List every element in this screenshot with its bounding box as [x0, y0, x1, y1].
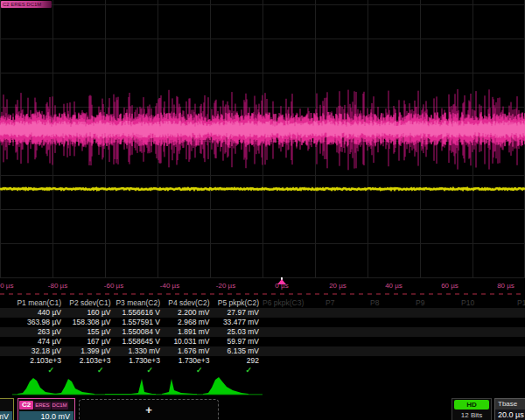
- hd-badge: HD: [454, 400, 489, 410]
- param-header-p4[interactable]: P4 sdev(C2): [161, 298, 210, 308]
- param-header-inactive[interactable]: P9: [416, 298, 424, 308]
- param-header-p5[interactable]: P5 pkpk(C2): [210, 298, 259, 308]
- param-header-p3[interactable]: P3 mean(C2): [111, 298, 160, 308]
- timebase-title: Tbase: [495, 399, 525, 410]
- param-status-ok-icon: ✓: [210, 366, 259, 375]
- param-header-inactive[interactable]: P8: [370, 298, 379, 308]
- histicon-p2: [54, 379, 94, 395]
- param-value-cell: 2.200 mV: [161, 308, 210, 318]
- histicon-p4: [162, 379, 197, 395]
- param-value-cell: 1.730e+3: [161, 356, 210, 366]
- histicon-p5: [203, 377, 248, 395]
- param-value-cell: 1.330 mV: [111, 346, 160, 356]
- channel-c2-descriptor[interactable]: C2 ERES DC1M 10.0 mV: [18, 398, 75, 420]
- param-value-cell: 440 µV: [12, 308, 61, 318]
- c2-label: C2: [19, 401, 33, 410]
- time-axis-label: -60 µs: [104, 282, 123, 290]
- c1-volts-per-div: 0 mV: [0, 411, 12, 420]
- param-status-ok-icon: ✓: [111, 366, 160, 375]
- param-value-cell: 59.97 mV: [210, 337, 259, 346]
- param-status-ok-icon: ✓: [161, 366, 210, 375]
- time-axis: -100 µs-80 µs-60 µs-40 µs-20 µs0 µs20 µs…: [0, 278, 525, 294]
- param-value-cell: 1.399 µV: [62, 346, 111, 356]
- param-value-cell: 1.556616 V: [111, 308, 160, 318]
- param-value-cell: 1.550084 V: [111, 327, 160, 337]
- histicon-p3: [105, 379, 156, 395]
- timebase-descriptor[interactable]: Tbase 20.0 µs: [494, 398, 525, 420]
- time-axis-label: -80 µs: [48, 282, 67, 290]
- param-value-cell: 474 µV: [12, 337, 61, 346]
- param-header-inactive[interactable]: P6 pkpk(C3): [262, 298, 304, 308]
- param-status-ok-icon: ✓: [12, 366, 61, 375]
- c2-trace-label[interactable]: C2 ERES DC1M: [1, 1, 52, 8]
- c2-eres-tag: ERES: [34, 402, 50, 410]
- param-value-cell: 158.308 µV: [62, 318, 111, 327]
- param-value-cell: 2.103e+3: [62, 356, 111, 366]
- param-value-cell: 33.477 mV: [210, 318, 259, 327]
- time-axis-label: 40 µs: [385, 282, 402, 290]
- param-value-cell: 160 µV: [62, 308, 111, 318]
- param-value-cell: 1.557591 V: [111, 318, 160, 327]
- timebase-value: 20.0 µs: [495, 410, 525, 420]
- channel-c1-descriptor[interactable]: C1 DC1M 0 mV: [0, 398, 14, 420]
- param-header-inactive[interactable]: P10: [461, 298, 474, 308]
- param-value-cell: 263 µV: [12, 327, 61, 337]
- oscilloscope-screen: C2 ERES DC1M -100 µs-80 µs-60 µs-40 µs-2…: [0, 0, 525, 420]
- param-header-inactive[interactable]: P11: [517, 298, 525, 308]
- plus-icon: +: [145, 403, 152, 416]
- time-axis-label: 60 µs: [441, 282, 458, 290]
- time-axis-label: -100 µs: [0, 282, 13, 290]
- param-value-cell: 25.03 mV: [210, 327, 259, 337]
- param-value-cell: 155 µV: [62, 327, 111, 337]
- param-value-cell: 6.135 mV: [210, 346, 259, 356]
- param-value-cell: 27.97 mV: [210, 308, 259, 318]
- param-header-p2[interactable]: P2 sdev(C1): [62, 298, 111, 308]
- hd-bits-label: 12 Bits: [452, 410, 491, 420]
- add-trace-button[interactable]: +: [79, 399, 219, 420]
- param-value-cell: 167 µV: [62, 337, 111, 346]
- param-value-cell: 1.558645 V: [111, 337, 160, 346]
- time-axis-label: 20 µs: [329, 282, 346, 290]
- time-axis-label: -20 µs: [216, 282, 235, 290]
- param-value-cell: 32.18 µV: [12, 346, 61, 356]
- param-value-cell: 2.968 mV: [161, 318, 210, 327]
- axis-tick-dashes: [0, 293, 525, 295]
- param-value-cell: 292: [210, 356, 259, 366]
- param-value-cell: 1.730e+3: [111, 356, 160, 366]
- param-header-inactive[interactable]: P7: [326, 298, 334, 308]
- param-value-cell: 1.676 mV: [161, 346, 210, 356]
- parameter-histicons: [0, 376, 525, 398]
- c2-volts-per-div: 10.0 mV: [19, 411, 74, 420]
- trigger-position-marker[interactable]: [277, 279, 286, 284]
- param-value-cell: 2.103e+3: [12, 356, 61, 366]
- hd-mode-descriptor[interactable]: HD 12 Bits: [452, 398, 492, 420]
- histicon-p1: [18, 378, 56, 395]
- param-value-cell: 1.891 mV: [161, 327, 210, 337]
- param-header-p1[interactable]: P1 mean(C1): [12, 298, 61, 308]
- waveform-display: [0, 0, 525, 278]
- c2-coupling-tag: DC1M: [52, 402, 68, 410]
- param-value-cell: 10.031 mV: [161, 337, 210, 346]
- time-axis-label: 80 µs: [497, 282, 514, 290]
- param-status-ok-icon: ✓: [62, 366, 111, 375]
- param-value-cell: 363.98 µV: [12, 318, 61, 327]
- time-axis-label: -40 µs: [160, 282, 179, 290]
- measurement-table: P1 mean(C1)P2 sdev(C1)P3 mean(C2)P4 sdev…: [0, 297, 525, 377]
